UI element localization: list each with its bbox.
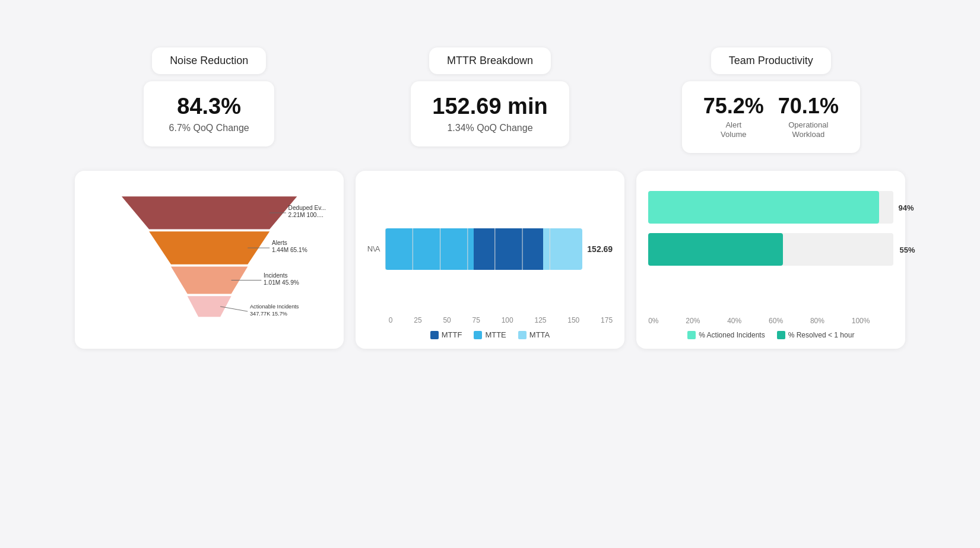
noise-reduction-label: Noise Reduction: [152, 47, 266, 74]
team-productivity-label: Team Productivity: [711, 47, 831, 74]
team-productivity-card: 75.2% Alert Volume 70.1% Operational Wor…: [682, 81, 860, 153]
mttr-change: 1.34% QoQ Change: [432, 123, 547, 133]
operational-workload-label: Operational Workload: [778, 120, 839, 141]
funnel-label-3-value: 1.01M 45.9%: [264, 279, 299, 286]
funnel-label-1-name: Deduped Ev...: [288, 205, 326, 212]
noise-reduction-section: Noise Reduction 84.3% 6.7% QoQ Change: [75, 47, 344, 146]
funnel-label-4-value: 347.77K 15.7%: [249, 311, 287, 317]
mttr-chart-card: N\A 152.69: [356, 171, 624, 349]
noise-reduction-value: 84.3%: [165, 94, 253, 119]
mttr-y-label: N\A: [367, 244, 380, 253]
noise-reduction-change: 6.7% QoQ Change: [165, 123, 253, 133]
actioned-incidents-row: 94%: [648, 191, 893, 224]
mttf-bar: [474, 228, 543, 270]
mttr-legend: MTTF MTTE MTTA: [367, 330, 613, 339]
kpi-row: Noise Reduction 84.3% 6.7% QoQ Change MT…: [75, 47, 906, 153]
mttr-x-axis: 0 25 50 75 100 125 150 175: [367, 316, 613, 324]
mttr-label: MTTR Breakdown: [429, 47, 551, 74]
charts-row: Deduped Ev... 2.21M 100.... Alerts 1.44M…: [75, 171, 906, 349]
mttf-legend-item: MTTF: [430, 330, 462, 339]
resolved-legend-color: [777, 331, 785, 339]
funnel-chart-card: Deduped Ev... 2.21M 100.... Alerts 1.44M…: [75, 171, 344, 349]
mtte-legend-color: [474, 331, 482, 339]
mttr-total-value: 152.69: [587, 244, 613, 254]
mttr-stacked-bar: [385, 228, 583, 270]
mtta-legend-color: [518, 331, 527, 339]
actioned-legend-color: [687, 331, 696, 339]
funnel-label-2-name: Alerts: [271, 240, 287, 247]
alert-volume-label: Alert Volume: [703, 120, 764, 141]
resolved-legend-item: % Resolved < 1 hour: [777, 331, 855, 339]
actioned-legend-item: % Actioned Incidents: [687, 331, 765, 339]
team-productivity-section: Team Productivity 75.2% Alert Volume 70.…: [636, 47, 905, 153]
mtte-legend-label: MTTE: [485, 330, 506, 339]
team-plot-area: 94% 55%: [648, 185, 893, 313]
actioned-incidents-bar: [648, 191, 879, 224]
alert-volume-value: 75.2%: [703, 94, 764, 118]
funnel-label-3-name: Incidents: [264, 272, 288, 279]
mtta-legend-item: MTTA: [518, 330, 550, 339]
resolved-legend-label: % Resolved < 1 hour: [788, 331, 855, 339]
team-productivity-chart-card: 94% 55% 0% 20% 40% 60%: [636, 171, 905, 349]
mttr-bar-row: 152.69: [385, 228, 613, 270]
operational-workload-value: 70.1%: [778, 94, 839, 118]
funnel-label-2-value: 1.44M 65.1%: [271, 247, 307, 254]
mttr-card: 152.69 min 1.34% QoQ Change: [411, 81, 569, 146]
mttf-legend-label: MTTF: [442, 330, 462, 339]
mttr-value: 152.69 min: [432, 94, 547, 119]
mttf-legend-color: [430, 331, 439, 339]
resolved-value: 55%: [899, 245, 915, 254]
dashboard: Noise Reduction 84.3% 6.7% QoQ Change MT…: [75, 47, 906, 349]
funnel-label-4-name: Actionable Incidents: [249, 304, 299, 310]
actioned-legend-label: % Actioned Incidents: [699, 331, 765, 339]
funnel-svg: Deduped Ev... 2.21M 100.... Alerts 1.44M…: [87, 191, 332, 333]
funnel-label-1-value: 2.21M 100....: [288, 212, 323, 219]
resolved-row: 55%: [648, 233, 893, 266]
alert-volume-item: 75.2% Alert Volume: [703, 94, 764, 140]
team-chart: 94% 55% 0% 20% 40% 60%: [648, 185, 893, 339]
mtte-legend-item: MTTE: [474, 330, 506, 339]
actioned-incidents-value: 94%: [898, 203, 914, 212]
mttr-bars-wrapper: 152.69: [385, 228, 613, 270]
resolved-bar: [648, 233, 783, 266]
actioned-incidents-bg: 94%: [648, 191, 893, 224]
team-x-axis: 0% 20% 40% 60% 80% 100%: [648, 317, 870, 325]
mtta-legend-label: MTTA: [529, 330, 550, 339]
noise-reduction-card: 84.3% 6.7% QoQ Change: [144, 81, 274, 146]
mtta-bar: [543, 228, 583, 270]
funnel-layer-4: [187, 297, 231, 317]
mttr-section: MTTR Breakdown 152.69 min 1.34% QoQ Chan…: [356, 47, 624, 146]
resolved-bg: 55%: [648, 233, 893, 266]
mttr-plot-area: N\A 152.69: [367, 185, 613, 313]
mtte-bar: [385, 228, 474, 270]
operational-workload-item: 70.1% Operational Workload: [778, 94, 839, 140]
team-legend: % Actioned Incidents % Resolved < 1 hour: [648, 331, 893, 339]
mttr-chart: N\A 152.69: [367, 185, 613, 339]
funnel-container: Deduped Ev... 2.21M 100.... Alerts 1.44M…: [87, 185, 332, 339]
